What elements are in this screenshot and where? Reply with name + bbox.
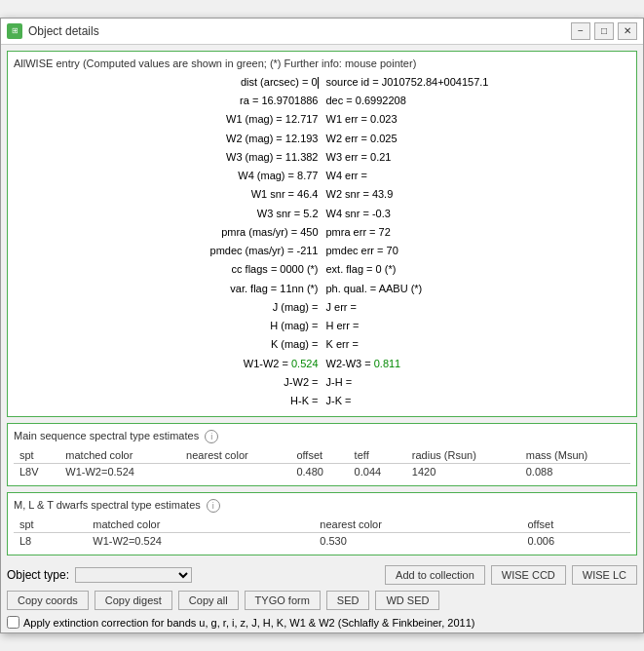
allwise-phqual-label: ph. qual. = AABU (*) [322,280,631,298]
allwise-ccflags-label: cc flags = 0000 (*) [14,260,322,279]
copy-digest-button[interactable]: Copy digest [95,591,172,610]
allwise-pmdec-label: pmdec (mas/yr) = -211 [14,242,322,260]
allwise-phqual-val: AABU (*) [379,283,423,294]
sed-button[interactable]: SED [326,591,370,610]
allwise-w1w2-val: 0.524 [291,358,319,369]
col-nearest-color: nearest color [180,447,290,464]
allwise-section: AllWISE entry (Computed values are shown… [7,51,637,418]
cell-mass: 0.088 [520,464,630,480]
wise-ccd-button[interactable]: WISE CCD [491,565,566,585]
allwise-jerr-label: J err = [322,298,631,317]
allwise-w1err-val: 0.023 [370,113,398,125]
cell-teff: 0.044 [349,464,406,480]
allwise-dec-label: dec = 0.6992208 [322,92,631,110]
allwise-w2snr-label: W2 snr = 43.9 [322,185,631,204]
minimize-button[interactable]: − [571,22,590,40]
allwise-jw2-label: J-W2 = [14,373,322,392]
tygo-form-button[interactable]: TYGO form [245,591,321,610]
allwise-pmraerr-val: 72 [379,226,391,238]
mlt-header-row: spt matched color nearest color offset [14,517,630,533]
allwise-extflag-label: ext. flag = 0 (*) [322,260,631,279]
cursor [318,77,319,89]
mlt-table-row: L8 W1-W2=0.524 0.530 0.006 [14,533,630,550]
allwise-w1w2-label: W1-W2 = 0.524 [14,355,322,373]
main-sequence-section: Main sequence spectral type estimates i … [7,423,637,486]
col-spt: spt [14,447,59,464]
titlebar: ⊞ Object details − □ ✕ [1,19,643,45]
allwise-w2mag-label: W2 (mag) = 12.193 [14,130,322,148]
allwise-ra-label: ra = 16.9701886 [14,92,322,110]
allwise-pmdecerr-val: 70 [387,245,398,256]
allwise-ra-val: 16.9701886 [261,95,318,106]
extinction-checkbox[interactable] [7,616,19,629]
table-header-row: spt matched color nearest color offset t… [14,447,630,464]
add-to-collection-button[interactable]: Add to collection [385,565,485,585]
allwise-jh-label: J-H = [322,373,631,392]
allwise-w1err-label: W1 err = 0.023 [322,110,631,129]
allwise-hk-label: H-K = [14,392,322,410]
allwise-w3mag-val: 11.382 [285,151,319,163]
mlt-col-spt: spt [14,517,87,533]
main-sequence-header: Main sequence spectral type estimates i [14,430,630,443]
cell-offset: 0.480 [290,464,348,480]
mlt-section: M, L & T dwarfs spectral type estimates … [7,492,637,555]
allwise-w3err-val: 0.21 [370,151,391,163]
object-type-row: Object type: Add to collection WISE CCD … [7,565,637,585]
object-type-select[interactable] [75,567,192,583]
mlt-info-icon[interactable]: i [207,499,220,513]
allwise-w3snr-val: 5.2 [303,208,318,219]
allwise-kmag-label: K (mag) = [14,335,322,354]
main-content: AllWISE entry (Computed values are shown… [1,45,643,562]
allwise-w1snr-label: W1 snr = 46.4 [14,185,322,204]
allwise-w2err-label: W2 err = 0.025 [322,130,631,148]
window-title: Object details [28,24,571,38]
allwise-w1snr-val: 46.4 [297,188,318,200]
allwise-pmra-val: 450 [300,226,318,238]
allwise-herr-label: H err = [322,317,631,335]
cell-matched-color: W1-W2=0.524 [59,464,180,480]
allwise-jmag-label: J (mag) = [14,298,322,317]
mlt-header: M, L & T dwarfs spectral type estimates … [14,499,630,513]
wise-lc-button[interactable]: WISE LC [572,565,637,585]
allwise-dist-label: dist (arcsec) = 0 [14,73,322,92]
mlt-cell-nearest-color: 0.530 [314,533,521,550]
close-button[interactable]: ✕ [618,22,637,40]
cell-radius: 1420 [406,464,520,480]
allwise-ccflags-val: 0000 (*) [280,263,318,275]
mlt-cell-matched-color: W1-W2=0.524 [87,533,314,550]
bottom-controls: Object type: Add to collection WISE CCD … [1,561,643,632]
allwise-w4snr-label: W4 snr = -0.3 [322,205,631,223]
mlt-cell-spt: L8 [14,533,87,550]
allwise-pmra-label: pmra (mas/yr) = 450 [14,223,322,242]
copy-all-button[interactable]: Copy all [178,591,239,610]
allwise-w3mag-label: W3 (mag) = 11.382 [14,148,322,167]
allwise-w1mag-label: W1 (mag) = 12.717 [14,110,322,129]
allwise-dec-val: 0.6992208 [356,95,406,106]
allwise-header: AllWISE entry (Computed values are shown… [14,57,630,69]
mlt-table: spt matched color nearest color offset L… [14,517,630,549]
mlt-col-matched-color: matched color [87,517,314,533]
allwise-kerr-label: K err = [322,335,631,354]
cell-spt: L8V [14,464,59,480]
allwise-w4mag-label: W4 (mag) = 8.77 [14,167,322,185]
extinction-label: Apply extinction correction for bands u,… [23,617,474,629]
allwise-hmag-label: H (mag) = [14,317,322,335]
cell-nearest-color [180,464,290,480]
allwise-w2w3-label: W2-W3 = 0.811 [322,355,631,373]
copy-coords-button[interactable]: Copy coords [7,591,89,610]
maximize-button[interactable]: □ [594,22,614,40]
table-row: L8V W1-W2=0.524 0.480 0.044 1420 0.088 [14,464,630,480]
allwise-sourceid-val: J010752.84+004157.1 [382,76,489,88]
allwise-w1mag-val: 12.717 [285,113,319,125]
col-radius: radius (Rsun) [406,447,520,464]
allwise-w2err-val: 0.025 [370,133,398,144]
col-mass: mass (Msun) [520,447,630,464]
allwise-w2w3-val: 0.811 [374,358,401,369]
allwise-w3err-label: W3 err = 0.21 [322,148,631,167]
col-teff: teff [349,447,406,464]
allwise-w4snr-val: -0.3 [372,208,391,219]
allwise-w4err-label: W4 err = [322,167,631,185]
titlebar-buttons: − □ ✕ [571,22,637,40]
main-sequence-info-icon[interactable]: i [205,430,218,443]
wd-sed-button[interactable]: WD SED [375,591,439,610]
